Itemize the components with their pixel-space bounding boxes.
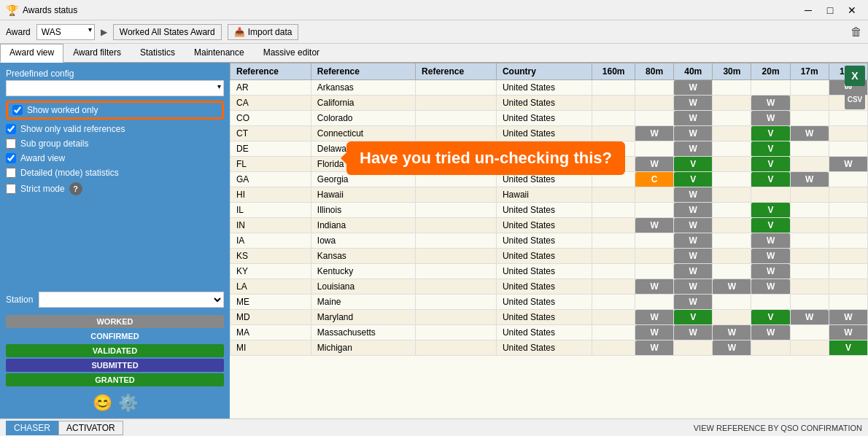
cell-country: United States (496, 325, 592, 340)
tab-massive-editor[interactable]: Massive editor (254, 44, 329, 62)
show-valid-refs-row[interactable]: Show only valid references (6, 124, 224, 134)
cell-b40: V (674, 157, 713, 172)
cell-b40: W (674, 187, 713, 203)
cell-ref2: Indiana (311, 218, 415, 233)
detailed-mode-stats-row[interactable]: Detailed (mode) statistics (6, 168, 224, 178)
show-valid-refs-label: Show only valid references (20, 124, 125, 134)
cell-b40: W (674, 126, 713, 141)
show-worked-only-checkbox[interactable] (12, 105, 23, 115)
settings-icon[interactable]: ⚙️ (118, 394, 138, 413)
col-40m: 40m (674, 63, 713, 80)
cell-b17 (790, 80, 829, 96)
predefined-config-select[interactable] (6, 80, 224, 96)
cell-ref2: Michigan (311, 340, 415, 356)
legend-worked: WORKED (6, 315, 224, 328)
table-row[interactable]: FLFloridaUnited StatesWVVW (230, 157, 868, 172)
strict-mode-checkbox[interactable] (6, 184, 16, 194)
table-row[interactable]: MEMaineUnited StatesW (230, 295, 868, 310)
csv-export-button[interactable]: CSV (845, 89, 865, 109)
import-icon: 📥 (234, 27, 245, 37)
station-label: Station (6, 295, 33, 305)
cell-b160 (592, 218, 635, 233)
tab-award-filters[interactable]: Award filters (63, 44, 131, 62)
cell-ref3 (416, 295, 497, 310)
cell-b40: W (674, 141, 713, 157)
cell-b30 (713, 141, 751, 157)
show-worked-only-row[interactable]: Show worked only (12, 105, 98, 115)
cell-b80 (635, 233, 674, 249)
award-name-button[interactable]: Worked All States Award (113, 24, 222, 40)
sub-group-details-checkbox[interactable] (6, 139, 16, 149)
excel-export-button[interactable]: X (845, 66, 865, 86)
cell-ref3 (416, 96, 497, 111)
table-row[interactable]: IAIowaUnited StatesWW (230, 233, 868, 249)
chaser-tab[interactable]: CHASER (6, 421, 58, 435)
station-select[interactable] (39, 292, 224, 308)
col-17m: 17m (790, 63, 829, 80)
cell-b160 (592, 157, 635, 172)
cell-b15 (829, 126, 867, 141)
legend-confirmed: CONFIRMED (6, 330, 224, 343)
trash-icon[interactable]: 🗑 (850, 26, 862, 39)
cell-b80 (635, 264, 674, 279)
cell-ref1: ME (230, 295, 311, 310)
cell-b17 (790, 187, 829, 203)
cell-country: United States (496, 233, 592, 249)
table-row[interactable]: MIMichiganUnited StatesWWV (230, 340, 868, 356)
cell-b17 (790, 249, 829, 264)
table-row[interactable]: ILIllinoisUnited StatesWV (230, 203, 868, 218)
strict-mode-help-icon[interactable]: ? (69, 182, 82, 195)
detailed-mode-stats-checkbox[interactable] (6, 168, 16, 178)
table-row[interactable]: KSKansasUnited StatesWW (230, 249, 868, 264)
table-row[interactable]: CACaliforniaUnited StatesWW (230, 96, 868, 111)
cell-b17 (790, 325, 829, 340)
table-row[interactable]: MAMassachusettsUnited StatesWWWWW (230, 325, 868, 340)
cell-ref1: MA (230, 325, 311, 340)
cell-b80 (635, 80, 674, 96)
cell-b80 (635, 141, 674, 157)
cell-ref3 (416, 203, 497, 218)
cell-b80: C (635, 172, 674, 187)
cell-b30 (713, 111, 751, 126)
table-row[interactable]: INIndianaUnited StatesWWV (230, 218, 868, 233)
maximize-button[interactable]: □ (820, 3, 840, 17)
cell-ref2: California (311, 96, 415, 111)
table-row[interactable]: KYKentuckyUnited StatesWW (230, 264, 868, 279)
cell-b20: W (751, 111, 790, 126)
cell-b20: W (751, 279, 790, 295)
cell-b80: W (635, 325, 674, 340)
tab-award-view[interactable]: Award view (0, 44, 63, 63)
show-valid-refs-checkbox[interactable] (6, 124, 16, 134)
table-row[interactable]: MDMarylandUnited StatesWVVWW (230, 310, 868, 325)
cell-b40: W (674, 218, 713, 233)
table-row[interactable]: CTConnecticutUnited StatesWWVW (230, 126, 868, 141)
title-bar: 🏆 Awards status ─ □ ✕ (0, 0, 868, 20)
award-select[interactable]: WAS (36, 24, 95, 40)
table-row[interactable]: GAGeorgiaUnited StatesCVVW (230, 172, 868, 187)
table-row[interactable]: DEDelawareUnited StatesWV (230, 141, 868, 157)
award-view-label: Award view (20, 153, 65, 163)
minimize-button[interactable]: ─ (798, 3, 818, 17)
close-button[interactable]: ✕ (842, 3, 862, 17)
table-row[interactable]: ARArkansasUnited StatesWW (230, 80, 868, 96)
table-row[interactable]: COColoradoUnited StatesWW (230, 111, 868, 126)
cell-ref2: Hawaii (311, 187, 415, 203)
tab-maintenance[interactable]: Maintenance (185, 44, 254, 62)
award-view-row[interactable]: Award view (6, 153, 224, 163)
app-title: Awards status (23, 5, 77, 15)
import-data-button[interactable]: 📥 Import data (228, 24, 299, 40)
cell-b160 (592, 141, 635, 157)
activator-tab[interactable]: ACTIVATOR (58, 421, 123, 435)
data-table-container[interactable]: Reference Reference Reference Country 16… (230, 63, 868, 419)
table-row[interactable]: HIHawaiiHawaiiW (230, 187, 868, 203)
smiley-icon[interactable]: 😊 (93, 394, 112, 413)
sub-group-details-row[interactable]: Sub group details (6, 139, 224, 149)
cell-b20 (751, 187, 790, 203)
award-view-checkbox[interactable] (6, 153, 16, 163)
col-ref2: Reference (311, 63, 415, 80)
tab-statistics[interactable]: Statistics (131, 44, 185, 62)
cell-b20 (751, 80, 790, 96)
cell-b80: W (635, 126, 674, 141)
strict-mode-row[interactable]: Strict mode (6, 184, 65, 194)
table-row[interactable]: LALouisianaUnited StatesWWWW (230, 279, 868, 295)
